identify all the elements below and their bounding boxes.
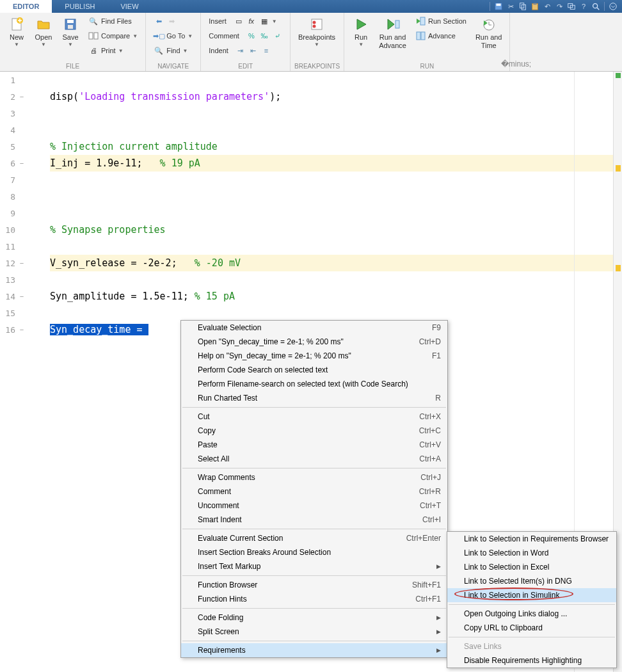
menu-item[interactable]: Link to Selection in Word [447, 546, 616, 560]
run-advance-button[interactable]: Run and Advance [375, 14, 410, 52]
save-button[interactable]: Save ▼ [58, 14, 83, 50]
breakpoints-button[interactable]: Breakpoints ▼ [294, 14, 339, 50]
save-disk-icon [63, 17, 78, 32]
code-line[interactable] [50, 305, 613, 321]
code-line[interactable] [50, 105, 613, 122]
menu-item[interactable]: UncommentCtrl+T [181, 499, 447, 513]
menu-item[interactable]: Perform Filename-search on selected text… [181, 377, 447, 391]
menu-item[interactable]: Run Charted TestR [181, 391, 447, 405]
code-line[interactable] [50, 238, 613, 255]
code-line[interactable] [50, 188, 613, 205]
code-line[interactable]: % Injection current amplitude [50, 138, 613, 155]
new-button[interactable]: New ▼ [4, 14, 29, 50]
menu-item[interactable]: Wrap CommentsCtrl+J [181, 470, 447, 484]
svg-rect-15 [68, 25, 73, 29]
tab-publish[interactable]: PUBLISH [52, 0, 108, 13]
save-label: Save [62, 33, 78, 42]
goto-button[interactable]: ➡▢Go To ▼ [150, 29, 196, 43]
menu-item[interactable]: Link to Selected Item(s) in DNG [447, 574, 616, 588]
uncomment-icon: ‰ [259, 31, 269, 41]
comment-button[interactable]: Comment % ‰ ⤶ [205, 29, 286, 43]
menu-item[interactable]: Select AllCtrl+A [181, 452, 447, 466]
menu-item[interactable]: Split Screen▶ [181, 625, 447, 639]
comment-icon: % [246, 31, 257, 41]
code-line[interactable] [50, 271, 613, 288]
svg-rect-14 [67, 20, 74, 23]
insert-button[interactable]: Insert ▭ fx ▦▼ [205, 14, 286, 28]
menu-item[interactable]: PasteCtrl+V [181, 438, 447, 452]
run-time-button[interactable]: Run and Time [472, 14, 506, 52]
menu-item[interactable]: Requirements▶ [181, 643, 447, 657]
menu-item[interactable]: Help on "Syn_decay_time = 2e-1; % 200 ms… [181, 349, 447, 363]
run-section-button[interactable]: Run Section [411, 14, 470, 28]
code-line[interactable]: V_syn_release = -2e-2; % -20 mV [50, 255, 613, 271]
open-label: Open [35, 33, 52, 42]
section-label-breakpoints: BREAKPOINTS [294, 61, 340, 71]
code-line[interactable] [50, 172, 613, 188]
menu-item[interactable]: Function BrowserShift+F1 [181, 578, 447, 592]
breakpoints-icon [309, 17, 324, 32]
svg-point-20 [313, 25, 316, 28]
status-ok-marker [616, 73, 621, 78]
run-advance-label: Run and Advance [379, 33, 406, 50]
code-line[interactable]: disp('Loading transmission parameters'); [50, 88, 613, 105]
menu-item[interactable]: Link to Selection in Requirements Browse… [447, 532, 616, 546]
save-icon[interactable] [493, 1, 504, 12]
toolstrip: New ▼ Open ▼ Save ▼ 🔍Find Files Compare … [0, 13, 622, 72]
menu-item[interactable]: CutCtrl+X [181, 410, 447, 424]
indent-button[interactable]: Indent ⇥ ⇤ ≡ [205, 44, 286, 58]
switch-windows-icon[interactable] [566, 1, 577, 12]
nav-back-forward[interactable]: ⬅➡ [150, 14, 196, 28]
menu-item[interactable]: Insert Text Markup▶ [181, 559, 447, 573]
tab-view[interactable]: VIEW [108, 0, 151, 13]
gutter: 12−3456−789101112−1314−1516− [0, 72, 31, 672]
find-icon: 🔍 [154, 45, 164, 56]
compare-button[interactable]: Compare ▼ [84, 29, 141, 43]
code-line[interactable]: Syn_amplitude = 1.5e-11; % 15 pA [50, 288, 613, 305]
menu-item[interactable]: Function HintsCtrl+F1 [181, 592, 447, 606]
minimize-toolstrip-icon[interactable] [608, 1, 618, 12]
code-line[interactable] [50, 72, 613, 88]
paste-icon[interactable] [530, 1, 540, 12]
find-button[interactable]: 🔍Find ▼ [150, 44, 196, 58]
menu-item[interactable]: Code Folding▶ [181, 611, 447, 625]
menu-item[interactable]: Open Outgoing Links dialog ... [447, 607, 616, 621]
redo-icon[interactable]: ↷ [554, 1, 564, 12]
open-button[interactable]: Open ▼ [31, 14, 56, 50]
menu-item[interactable]: Open "Syn_decay_time = 2e-1; % 200 ms"Ct… [181, 335, 447, 349]
menu-item[interactable]: Link to Selection in Simulink [447, 588, 616, 602]
menu-item[interactable]: CommentCtrl+R [181, 484, 447, 499]
open-folder-icon [36, 17, 51, 32]
menu-item[interactable]: Evaluate SelectionF9 [181, 321, 447, 335]
section-label-edit: EDIT [205, 61, 286, 71]
run-button[interactable]: Run ▼ [348, 14, 374, 50]
warning-marker[interactable] [616, 165, 621, 172]
menu-item[interactable]: Perform Code Search on selected text [181, 363, 447, 377]
toolstrip-collapse[interactable]: �minus; [510, 13, 522, 71]
search-icon[interactable] [591, 1, 601, 12]
code-line[interactable] [50, 205, 613, 221]
menu-item[interactable]: CopyCtrl+C [181, 424, 447, 438]
menu-item[interactable]: Insert Section Breaks Around Selection [181, 545, 447, 559]
print-button[interactable]: 🖨Print ▼ [84, 44, 141, 58]
help-icon[interactable]: ? [578, 1, 589, 12]
menu-item[interactable]: Copy URL to Clipboard [447, 621, 616, 635]
code-line[interactable] [50, 122, 613, 138]
cut-icon[interactable]: ✂ [506, 1, 516, 12]
copy-icon[interactable] [518, 1, 528, 12]
find-files-button[interactable]: 🔍Find Files [84, 14, 141, 28]
advance-button[interactable]: Advance [411, 29, 470, 43]
warning-marker[interactable] [616, 265, 621, 271]
menu-item[interactable]: Disable Requirements Highlighting [447, 653, 616, 668]
menu-item: Save Links [447, 639, 616, 653]
undo-icon[interactable]: ↶ [542, 1, 552, 12]
back-icon: ⬅ [154, 16, 164, 26]
menu-item[interactable]: Evaluate Current SectionCtrl+Enter [181, 531, 447, 545]
insert-fx-icon: fx [246, 16, 257, 26]
code-line[interactable]: I_inj = 1.9e-11; % 19 pA [50, 155, 613, 172]
menu-item[interactable]: Link to Selection in Excel [447, 560, 616, 574]
menu-item[interactable]: Smart IndentCtrl+I [181, 513, 447, 527]
code-line[interactable]: % Synapse properties [50, 221, 613, 238]
breakpoints-label: Breakpoints [298, 33, 335, 42]
tab-editor[interactable]: EDITOR [0, 0, 52, 13]
